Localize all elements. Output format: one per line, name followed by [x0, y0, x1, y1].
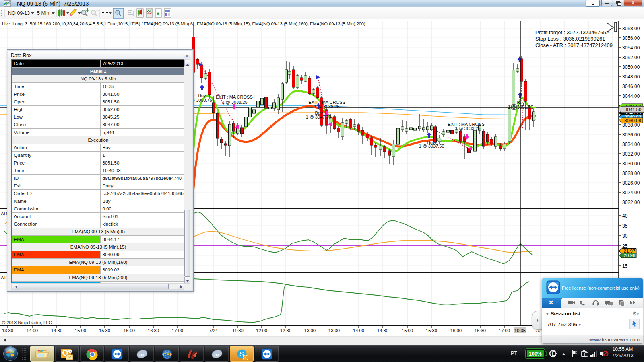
svg-text:© 2013 NinjaTrader, LLC: © 2013 NinjaTrader, LLC: [2, 320, 52, 325]
svg-text:14:00: 14:00: [27, 328, 38, 333]
svg-text:Live_Long_3_5(6,15,160,200,10,: Live_Long_3_5(6,15,160,200,10,30,34,20,6…: [2, 21, 365, 26]
svg-text:3039.08: 3039.08: [624, 118, 641, 123]
svg-text:Stop Loss : 3036.0219899261: Stop Loss : 3036.0219899261: [535, 36, 605, 42]
svg-text:EXIT : MA CROSS: EXIT : MA CROSS: [216, 95, 253, 99]
svg-text:1: 1: [245, 356, 247, 360]
svg-text:3032.00: 3032.00: [622, 151, 640, 157]
svg-text:m: m: [214, 351, 219, 358]
svg-text:3054.00: 3054.00: [622, 45, 640, 51]
svg-text:13:00: 13:00: [304, 328, 316, 333]
svg-text:14:00: 14:00: [353, 328, 364, 333]
svg-text:1 @ 3038.25: 1 @ 3038.25: [314, 104, 339, 109]
svg-text:3034.00: 3034.00: [622, 142, 640, 147]
svg-text:3024.00: 3024.00: [622, 190, 640, 195]
svg-text:35: 35: [622, 223, 628, 229]
svg-text:15:00: 15:00: [75, 328, 86, 333]
svg-text:13:30: 13:30: [328, 328, 340, 333]
svg-text:13:30: 13:30: [2, 328, 13, 333]
svg-text:14:30: 14:30: [51, 328, 62, 333]
svg-text:3022.00: 3022.00: [622, 200, 640, 205]
svg-text:15:30: 15:30: [99, 328, 110, 333]
svg-text:3056.00: 3056.00: [622, 35, 640, 41]
svg-text:12:00: 12:00: [256, 328, 267, 333]
svg-text:30: 30: [622, 233, 628, 239]
svg-text:100%: 100%: [529, 351, 542, 357]
svg-text:25: 25: [622, 243, 628, 249]
svg-text:16:00: 16:00: [450, 328, 462, 333]
svg-text:$: $: [157, 10, 160, 16]
svg-text:Profit target : 3072.137346765: Profit target : 3072.1373467652: [535, 29, 609, 35]
svg-text:1 @ 3038.25: 1 @ 3038.25: [222, 100, 247, 105]
svg-text:40: 40: [622, 213, 628, 219]
svg-text:14:30: 14:30: [377, 328, 388, 333]
svg-text:AT: AT: [1, 275, 6, 280]
svg-text:17:00: 17:00: [499, 328, 510, 333]
svg-text:3048.00: 3048.00: [622, 74, 640, 80]
svg-text:5 Min: 5 Min: [37, 10, 50, 16]
svg-text:12:30: 12:30: [280, 328, 291, 333]
svg-text:3026.00: 3026.00: [622, 180, 640, 186]
svg-text:Close - ATR : 3017.43747212409: Close - ATR : 3017.43747212409: [535, 42, 613, 48]
svg-text:3036.00: 3036.00: [622, 132, 640, 138]
svg-text:3058.00: 3058.00: [622, 26, 640, 31]
svg-text:3044.00: 3044.00: [622, 93, 640, 99]
svg-text:20.98: 20.98: [624, 253, 636, 258]
svg-text:10:35: 10:35: [514, 328, 526, 333]
svg-text:15:00: 15:00: [402, 328, 413, 333]
svg-text:16:30: 16:30: [475, 328, 486, 333]
svg-text:3046.00: 3046.00: [622, 84, 640, 89]
svg-text:@ 3050.75: @ 3050.75: [190, 98, 212, 103]
svg-text:3030.00: 3030.00: [622, 161, 640, 167]
svg-text:3028.00: 3028.00: [622, 171, 640, 176]
svg-text:11:30: 11:30: [232, 328, 243, 333]
svg-text:3052.00: 3052.00: [622, 55, 640, 60]
svg-text:3041.50: 3041.50: [625, 107, 642, 112]
svg-text:17:00: 17:00: [172, 328, 183, 333]
svg-text:15: 15: [622, 263, 628, 269]
svg-text:16:00: 16:00: [124, 328, 135, 333]
svg-text:15:30: 15:30: [426, 328, 437, 333]
svg-text:m: m: [139, 351, 144, 358]
svg-text:NQ 09-13: NQ 09-13: [8, 10, 30, 16]
svg-text:16:30: 16:30: [148, 328, 159, 333]
svg-text:1 @ 3037.50: 1 @ 3037.50: [419, 144, 444, 148]
svg-text:AD: AD: [1, 211, 7, 216]
svg-text:3050.00: 3050.00: [622, 64, 640, 70]
svg-text:1 @ 3047.75: 1 @ 3047.75: [305, 115, 331, 119]
svg-text:1 @ 3033.25: 1 @ 3033.25: [455, 126, 480, 131]
svg-text:Buy: Buy: [198, 93, 206, 98]
svg-text:CSI: CSI: [163, 352, 171, 358]
svg-text:7/24: 7/24: [209, 328, 218, 333]
